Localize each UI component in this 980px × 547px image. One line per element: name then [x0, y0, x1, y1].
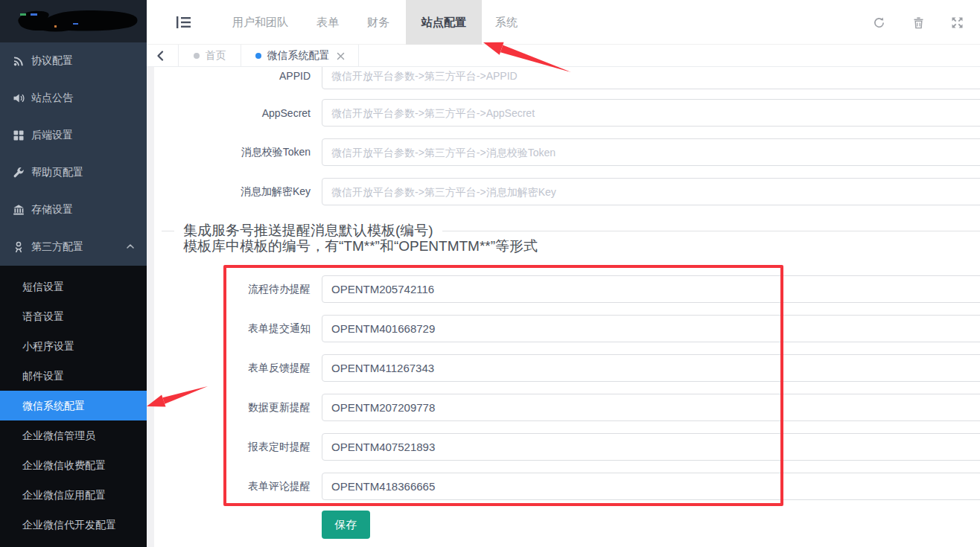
rss-icon — [13, 55, 25, 67]
field-label: 报表定时提醒 — [154, 441, 311, 454]
expand-icon[interactable] — [951, 16, 964, 29]
report-timer-input[interactable] — [322, 433, 980, 461]
form-row-report-timer: 报表定时提醒 — [154, 433, 980, 461]
form-row-msg-token: 消息校验Token — [154, 138, 980, 166]
page-tab-label: 微信系统配置 — [267, 49, 330, 63]
form-feedback-input[interactable] — [322, 354, 980, 382]
sidebar-subitem-sms-settings[interactable]: 短信设置 — [0, 272, 147, 301]
form-row-appid: APPID — [154, 67, 980, 89]
page-tab-wechat-system-config[interactable]: 微信系统配置 — [241, 45, 359, 67]
page-tab-bar: 首页 微信系统配置 — [147, 45, 980, 67]
sidebar-submenu: 短信设置 语音设置 小程序设置 邮件设置 微信系统配置 企业微信管理员 企业微信… — [0, 266, 147, 547]
form-row-appsecret: AppSecret — [154, 99, 980, 127]
sidebar-subitem-wecom-admin[interactable]: 企业微信管理员 — [0, 420, 147, 450]
field-label: 消息加解密Key — [154, 185, 311, 199]
chevron-up-icon — [126, 242, 135, 251]
sidebar-item-site-announcement[interactable]: 站点公告 — [0, 80, 147, 117]
sidebar-subitem-miniprogram-settings[interactable]: 小程序设置 — [0, 331, 147, 361]
grid-icon — [13, 129, 25, 141]
wrench-icon — [13, 167, 25, 179]
menu-fold-icon[interactable] — [176, 16, 191, 28]
sidebar-menu: 协议配置 站点公告 后端设置 — [0, 42, 147, 266]
page-tab-label: 首页 — [206, 49, 226, 63]
main-content: APPID AppSecret 消息校验Token 消息加解密Key 集成服务号… — [154, 67, 980, 547]
form-row-form-feedback: 表单反馈提醒 — [154, 354, 980, 382]
sidebar-item-third-party-config[interactable]: 第三方配置 — [0, 228, 147, 266]
appid-input[interactable] — [322, 67, 980, 89]
field-label: AppSecret — [154, 107, 311, 119]
sidebar-subitem-wechat-system-config[interactable]: 微信系统配置 — [0, 391, 147, 420]
form-row-msg-key: 消息加解密Key — [154, 178, 980, 205]
trash-icon[interactable] — [912, 16, 925, 29]
form-row-form-comment: 表单评论提醒 — [154, 473, 980, 500]
tab-status-dot — [255, 53, 261, 59]
top-header: 用户和团队 表单 财务 站点配置 系统 — [147, 0, 980, 45]
sidebar-item-label: 第三方配置 — [31, 240, 83, 254]
divider-line-left — [162, 231, 174, 231]
field-label: 流程待办提醒 — [154, 283, 311, 296]
person-icon — [13, 241, 25, 253]
workflow-todo-input[interactable] — [322, 275, 980, 303]
sidebar-item-label: 存储设置 — [31, 203, 73, 217]
message-token-input[interactable] — [322, 138, 980, 166]
logo-area — [0, 0, 147, 42]
sidebar-item-storage-settings[interactable]: 存储设置 — [0, 191, 147, 228]
section-subtitle: 模板库中模板的编号，有“TM**”和“OPENTMTM**”等形式 — [183, 237, 538, 256]
sidebar-subitem-wecom-billing-config[interactable]: 企业微信收费配置 — [0, 450, 147, 480]
megaphone-icon — [13, 92, 25, 104]
sidebar-subitem-mail-settings[interactable]: 邮件设置 — [0, 361, 147, 391]
bank-icon — [13, 204, 25, 216]
sidebar-subitem-wecom-app-config[interactable]: 企业微信应用配置 — [0, 480, 147, 510]
field-label: 表单评论提醒 — [154, 480, 311, 493]
app-window: 协议配置 站点公告 后端设置 — [0, 0, 980, 547]
content-scrollbar[interactable] — [147, 67, 154, 547]
field-label: 表单反馈提醒 — [154, 362, 311, 375]
sidebar-item-label: 后端设置 — [31, 129, 73, 142]
field-label: 数据更新提醒 — [154, 401, 311, 415]
divider-line-right — [442, 231, 980, 231]
sidebar-item-backend-settings[interactable]: 后端设置 — [0, 117, 147, 154]
sidebar-item-label: 帮助页配置 — [31, 166, 83, 179]
data-update-input[interactable] — [322, 394, 980, 421]
sidebar-item-label: 协议配置 — [31, 54, 73, 68]
refresh-icon[interactable] — [873, 16, 885, 29]
form-comment-input[interactable] — [322, 473, 980, 500]
nav-forms[interactable]: 表单 — [316, 0, 339, 45]
sidebar-item-protocol-config[interactable]: 协议配置 — [0, 42, 147, 80]
nav-system[interactable]: 系统 — [495, 0, 518, 45]
sidebar-subitem-wecom-dev-config[interactable]: 企业微信代开发配置 — [0, 510, 147, 540]
nav-finance[interactable]: 财务 — [367, 0, 389, 45]
close-icon[interactable] — [337, 52, 345, 60]
sidebar-subitem-voice-settings[interactable]: 语音设置 — [0, 301, 147, 331]
tab-status-dot — [194, 53, 200, 59]
save-button[interactable]: 保存 — [322, 511, 370, 539]
sidebar: 协议配置 站点公告 后端设置 — [0, 0, 147, 547]
form-submit-input[interactable] — [322, 315, 980, 342]
message-key-input[interactable] — [322, 178, 980, 205]
page-tab-home[interactable]: 首页 — [178, 45, 241, 67]
form-row-data-update: 数据更新提醒 — [154, 394, 980, 421]
sidebar-item-help-page-config[interactable]: 帮助页配置 — [0, 154, 147, 191]
field-label: 表单提交通知 — [154, 322, 311, 336]
redacted-logo-scribble — [0, 0, 147, 42]
nav-site-config[interactable]: 站点配置 — [406, 0, 482, 45]
appsecret-input[interactable] — [322, 99, 980, 127]
sidebar-item-label: 站点公告 — [31, 92, 73, 105]
nav-users-teams[interactable]: 用户和团队 — [232, 0, 288, 45]
field-label: 消息校验Token — [154, 146, 311, 159]
field-label: APPID — [154, 70, 311, 82]
form-row-workflow-todo: 流程待办提醒 — [154, 275, 980, 303]
chevron-left-icon[interactable] — [156, 51, 166, 61]
form-row-form-submit: 表单提交通知 — [154, 315, 980, 342]
